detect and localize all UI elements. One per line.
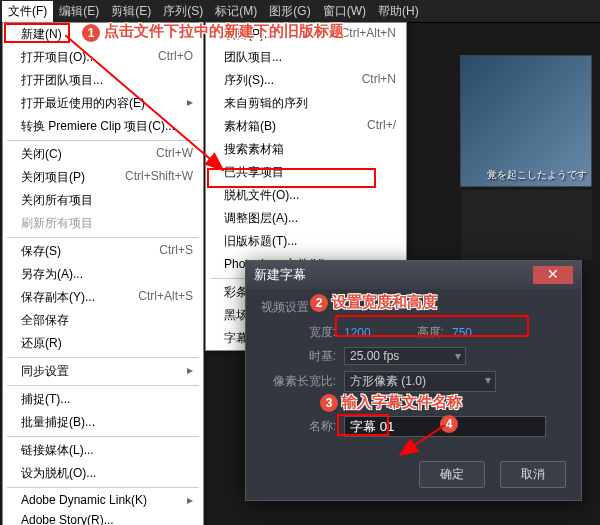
menu-item[interactable]: 打开最近使用的内容(E)▸ xyxy=(3,92,203,115)
menu-edit[interactable]: 编辑(E) xyxy=(53,1,105,22)
menu-help[interactable]: 帮助(H) xyxy=(372,1,425,22)
menu-item[interactable]: 同步设置▸ xyxy=(3,360,203,383)
menu-item[interactable]: 关闭所有项目 xyxy=(3,189,203,212)
thumb-caption: 覚を起こしたようです xyxy=(487,168,587,182)
menu-item[interactable]: 捕捉(T)... xyxy=(3,388,203,411)
menu-item[interactable]: 刷新所有项目 xyxy=(3,212,203,235)
preview-thumbnail: 覚を起こしたようです xyxy=(460,55,592,187)
menu-item[interactable]: 还原(R) xyxy=(3,332,203,355)
menu-item[interactable]: 新建(N)▸ xyxy=(3,23,203,46)
menu-item[interactable]: 另存为(A)... xyxy=(3,263,203,286)
section-video-settings: 视频设置 xyxy=(261,299,566,316)
aspect-label: 像素长宽比: xyxy=(261,373,336,390)
menu-item[interactable]: 脱机文件(O)... xyxy=(206,184,406,207)
menu-item[interactable]: 链接媒体(L)... xyxy=(3,439,203,462)
menu-item[interactable]: 关闭(C)Ctrl+W xyxy=(3,143,203,166)
menu-marker[interactable]: 标记(M) xyxy=(209,1,263,22)
menu-item[interactable]: Adobe Dynamic Link(K)▸ xyxy=(3,490,203,510)
dialog-titlebar[interactable]: 新建字幕 ✕ xyxy=(246,261,581,289)
menu-item[interactable]: 搜索素材箱 xyxy=(206,138,406,161)
menu-graphic[interactable]: 图形(G) xyxy=(263,1,316,22)
name-input[interactable] xyxy=(344,416,546,437)
menu-sequence[interactable]: 序列(S) xyxy=(157,1,209,22)
menu-item[interactable]: 保存副本(Y)...Ctrl+Alt+S xyxy=(3,286,203,309)
menu-item[interactable]: Adobe Story(R)... xyxy=(3,510,203,525)
menu-item[interactable]: 项目(P)...Ctrl+Alt+N xyxy=(206,23,406,46)
menu-item[interactable]: 序列(S)...Ctrl+N xyxy=(206,69,406,92)
file-menu: 新建(N)▸打开项目(O)...Ctrl+O打开团队项目...打开最近使用的内容… xyxy=(2,22,204,525)
menu-item[interactable]: 已共享项目 xyxy=(206,161,406,184)
timebase-select[interactable]: 25.00 fps xyxy=(344,347,466,365)
menu-item[interactable]: 保存(S)Ctrl+S xyxy=(3,240,203,263)
menu-window[interactable]: 窗口(W) xyxy=(317,1,372,22)
side-panels xyxy=(462,190,592,260)
new-caption-dialog: 新建字幕 ✕ 视频设置 宽度: 1200 高度: 750 时基: 25.00 f… xyxy=(245,260,582,501)
menu-item[interactable]: 转换 Premiere Clip 项目(C)... xyxy=(3,115,203,138)
menu-item[interactable]: 设为脱机(O)... xyxy=(3,462,203,485)
width-label: 宽度: xyxy=(261,324,336,341)
menu-item[interactable]: 来自剪辑的序列 xyxy=(206,92,406,115)
dialog-title: 新建字幕 xyxy=(254,266,306,284)
cancel-button[interactable]: 取消 xyxy=(500,461,566,488)
aspect-select[interactable]: 方形像素 (1.0) xyxy=(344,371,496,392)
menu-item[interactable]: 批量捕捉(B)... xyxy=(3,411,203,434)
ok-button[interactable]: 确定 xyxy=(419,461,485,488)
name-label: 名称: xyxy=(261,418,336,435)
height-label: 高度: xyxy=(384,324,444,341)
menu-item[interactable]: 全部保存 xyxy=(3,309,203,332)
menu-item[interactable]: 关闭项目(P)Ctrl+Shift+W xyxy=(3,166,203,189)
menubar: 文件(F) 编辑(E) 剪辑(E) 序列(S) 标记(M) 图形(G) 窗口(W… xyxy=(0,0,600,23)
menu-item[interactable]: 旧版标题(T)... xyxy=(206,230,406,253)
menu-file[interactable]: 文件(F) xyxy=(2,1,53,22)
close-icon[interactable]: ✕ xyxy=(533,266,573,284)
width-field[interactable]: 1200 xyxy=(344,326,384,340)
menu-item[interactable]: 调整图层(A)... xyxy=(206,207,406,230)
menu-item[interactable]: 素材箱(B)Ctrl+/ xyxy=(206,115,406,138)
menu-clip[interactable]: 剪辑(E) xyxy=(105,1,157,22)
menu-item[interactable]: 打开项目(O)...Ctrl+O xyxy=(3,46,203,69)
menu-item[interactable]: 团队项目... xyxy=(206,46,406,69)
menu-item[interactable]: 打开团队项目... xyxy=(3,69,203,92)
height-field[interactable]: 750 xyxy=(452,326,492,340)
timebase-label: 时基: xyxy=(261,348,336,365)
